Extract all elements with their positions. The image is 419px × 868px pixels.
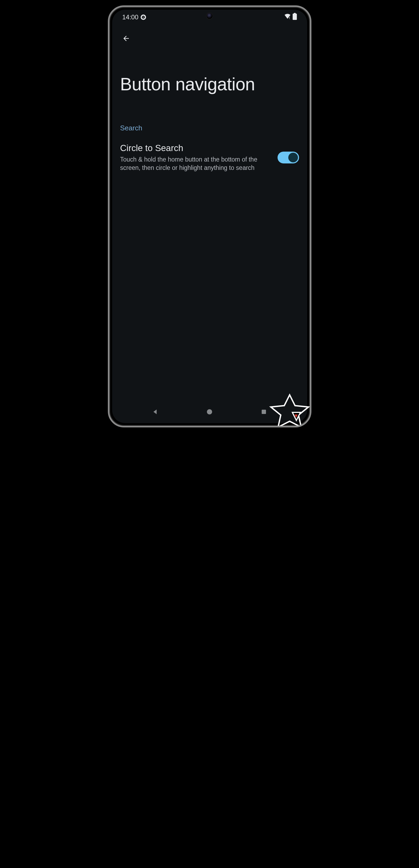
setting-description: Touch & hold the home button at the bott…	[120, 155, 271, 172]
svg-rect-4	[289, 17, 290, 18]
nav-home-button[interactable]	[205, 407, 214, 416]
square-recent-icon	[261, 409, 267, 415]
section-header-search: Search	[112, 94, 307, 132]
battery-icon	[293, 13, 297, 22]
setting-circle-to-search[interactable]: Circle to Search Touch & hold the home b…	[112, 132, 307, 172]
nav-recent-button[interactable]	[260, 407, 268, 416]
back-button[interactable]	[120, 33, 132, 44]
clock-icon	[141, 14, 146, 20]
app-bar	[112, 25, 307, 44]
svg-rect-7	[294, 13, 296, 14]
svg-point-8	[207, 409, 212, 414]
page-title: Button navigation	[112, 44, 307, 94]
status-time: 14:00	[122, 13, 139, 21]
triangle-back-icon	[152, 408, 159, 415]
svg-point-5	[289, 18, 289, 19]
camera-notch	[206, 12, 213, 19]
svg-point-1	[143, 17, 143, 17]
svg-rect-9	[262, 410, 266, 414]
nav-back-button[interactable]	[151, 407, 159, 416]
toggle-thumb	[288, 153, 298, 162]
phone-frame: 14:00 Button navigation	[108, 5, 311, 427]
svg-rect-6	[293, 13, 297, 20]
toggle-circle-to-search[interactable]	[277, 152, 299, 163]
screen: 14:00 Button navigation	[112, 10, 307, 423]
wifi-icon	[284, 13, 291, 21]
navigation-bar	[112, 405, 307, 418]
setting-title: Circle to Search	[120, 143, 271, 153]
svg-point-2	[143, 17, 144, 17]
arrow-back-icon	[122, 34, 130, 42]
circle-home-icon	[206, 408, 213, 415]
svg-point-0	[142, 16, 145, 19]
